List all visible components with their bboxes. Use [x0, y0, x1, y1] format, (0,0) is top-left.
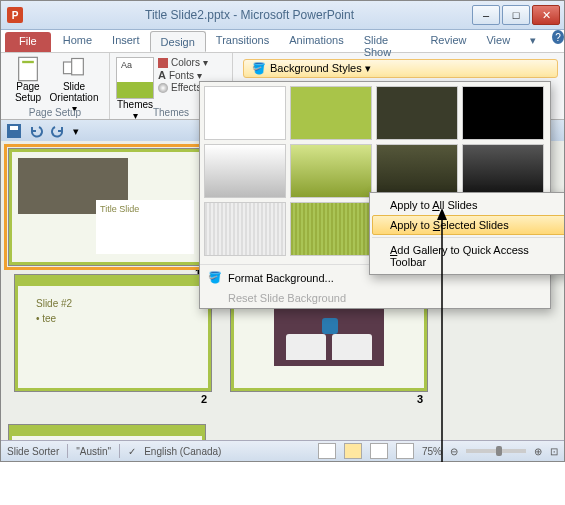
page-setup-icon [14, 57, 42, 81]
slide-number: 2 [201, 393, 211, 405]
save-icon[interactable] [7, 124, 21, 138]
orientation-icon [60, 57, 88, 81]
window-controls: – □ ✕ [470, 5, 560, 25]
zoom-out-button[interactable]: ⊖ [450, 446, 458, 457]
bg-style-swatch[interactable] [290, 86, 372, 140]
tab-insert[interactable]: Insert [102, 30, 150, 52]
spellcheck-icon[interactable]: ✓ [128, 446, 136, 457]
slide-thumbnail-2[interactable]: Slide #2 • tee [15, 275, 211, 391]
svg-rect-0 [19, 57, 38, 80]
view-mode-label: Slide Sorter [7, 446, 59, 457]
svg-rect-1 [22, 61, 34, 63]
slide-thumbnail-5[interactable] [9, 425, 205, 441]
add-gallery-qat-item[interactable]: Add Gallery to Quick Access Toolbar [372, 240, 565, 272]
tab-review[interactable]: Review [420, 30, 476, 52]
tab-view[interactable]: View [476, 30, 520, 52]
effects-icon [158, 83, 168, 93]
bg-style-swatch[interactable] [290, 202, 372, 256]
paint-bucket-icon: 🪣 [208, 271, 222, 284]
title-bar: P Title Slide2.pptx - Microsoft PowerPoi… [1, 1, 564, 30]
bg-style-swatch[interactable] [290, 144, 372, 198]
fit-to-window-button[interactable]: ⊡ [550, 446, 558, 457]
svg-rect-5 [10, 126, 18, 130]
tab-home[interactable]: Home [53, 30, 102, 52]
slide-orientation-button[interactable]: Slide Orientation ▾ [53, 55, 95, 114]
paint-icon: 🪣 [252, 62, 266, 75]
minimize-button[interactable]: – [472, 5, 500, 25]
svg-rect-3 [72, 59, 84, 75]
normal-view-button[interactable] [318, 443, 336, 459]
zoom-in-button[interactable]: ⊕ [534, 446, 542, 457]
slide-thumbnail-1[interactable]: Title Slide [9, 149, 205, 265]
status-bar: Slide Sorter "Austin" ✓ English (Canada)… [1, 440, 564, 461]
apply-selected-slides-item[interactable]: Apply to Selected Slides [372, 215, 565, 235]
bg-style-swatch[interactable] [376, 144, 458, 198]
app-window: P Title Slide2.pptx - Microsoft PowerPoi… [0, 0, 565, 462]
theme-gallery[interactable] [116, 57, 154, 99]
colors-icon [158, 58, 168, 68]
zoom-slider[interactable] [466, 449, 526, 453]
tab-transitions[interactable]: Transitions [206, 30, 279, 52]
help-button[interactable]: ? [552, 30, 564, 44]
bg-style-swatch[interactable] [376, 86, 458, 140]
bg-style-swatch[interactable] [204, 202, 286, 256]
redo-icon[interactable] [51, 124, 65, 138]
language-label[interactable]: English (Canada) [144, 446, 221, 457]
slideshow-view-button[interactable] [396, 443, 414, 459]
background-styles-button[interactable]: 🪣 Background Styles ▾ [243, 59, 558, 78]
reset-background-item: Reset Slide Background [200, 288, 550, 308]
ribbon-tabs: File Home Insert Design Transitions Anim… [1, 30, 564, 53]
qat-chevron-icon[interactable]: ▾ [73, 125, 79, 138]
window-title: Title Slide2.pptx - Microsoft PowerPoint [29, 8, 470, 22]
group-page-setup: Page Setup Slide Orientation ▾ Page Setu… [1, 53, 110, 119]
fonts-icon: A [158, 69, 166, 81]
tab-animations[interactable]: Animations [279, 30, 353, 52]
tab-slideshow[interactable]: Slide Show [354, 30, 421, 52]
theme-name-label: "Austin" [76, 446, 111, 457]
bg-style-swatch[interactable] [204, 144, 286, 198]
ribbon-chevron-icon[interactable]: ▾ [520, 30, 546, 52]
theme-fonts-button[interactable]: AFonts ▾ [158, 69, 209, 81]
reading-view-button[interactable] [370, 443, 388, 459]
bg-style-swatch[interactable] [204, 86, 286, 140]
maximize-button[interactable]: □ [502, 5, 530, 25]
close-button[interactable]: ✕ [532, 5, 560, 25]
tab-file[interactable]: File [5, 32, 51, 52]
apply-all-slides-item[interactable]: Apply to All Slides [372, 195, 565, 215]
sorter-view-button[interactable] [344, 443, 362, 459]
zoom-level[interactable]: 75% [422, 446, 442, 457]
app-icon: P [7, 7, 23, 23]
page-setup-button[interactable]: Page Setup [7, 55, 49, 103]
context-menu: Apply to All Slides Apply to Selected Sl… [369, 192, 565, 275]
theme-colors-button[interactable]: Colors ▾ [158, 57, 209, 68]
tab-design[interactable]: Design [150, 31, 206, 52]
bg-style-swatch[interactable] [462, 144, 544, 198]
undo-icon[interactable] [29, 124, 43, 138]
bg-style-swatch[interactable] [462, 86, 544, 140]
